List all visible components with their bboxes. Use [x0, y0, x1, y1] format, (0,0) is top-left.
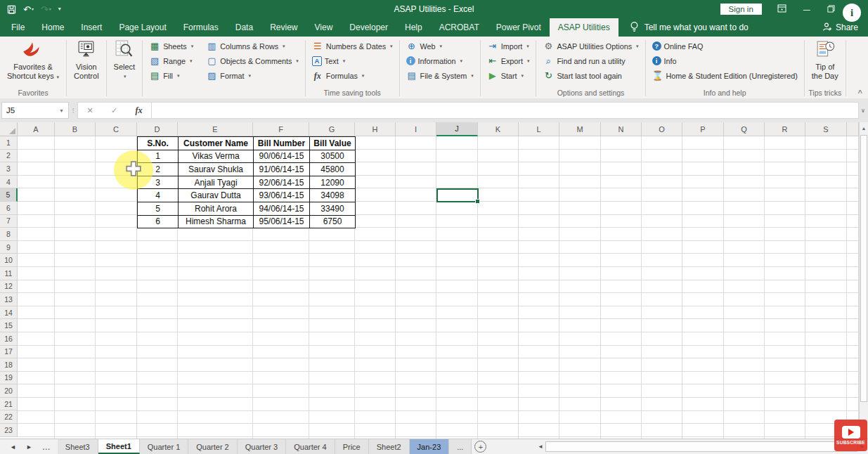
horizontal-scroll-thumb[interactable]	[545, 441, 857, 452]
sheet-tab-quarter-3[interactable]: Quarter 3	[238, 439, 286, 454]
row-header-2[interactable]: 2	[0, 150, 18, 163]
column-header-p[interactable]: P	[682, 122, 724, 136]
column-header-b[interactable]: B	[55, 122, 96, 136]
undo-button[interactable]: ↶▾	[23, 5, 34, 14]
column-header-h[interactable]: H	[355, 122, 396, 136]
column-header-k[interactable]: K	[478, 122, 519, 136]
button-information[interactable]: iInformation▾	[403, 53, 477, 68]
scroll-up-icon[interactable]: ▲	[860, 122, 868, 134]
enter-icon[interactable]: ✓	[111, 106, 117, 115]
button-vision-control[interactable]: VisionControl	[70, 39, 102, 88]
button-tip-of-the-day[interactable]: Tip ofthe Day	[808, 39, 842, 88]
column-header-e[interactable]: E	[178, 122, 253, 136]
button-file-system[interactable]: ▤File & System▾	[403, 68, 477, 83]
row-header-6[interactable]: 6	[0, 202, 18, 215]
row-header-14[interactable]: 14	[0, 306, 18, 320]
redo-button[interactable]: ↷▾	[41, 5, 51, 14]
row-header-21[interactable]: 21	[0, 398, 18, 411]
tab-help[interactable]: Help	[396, 18, 431, 37]
table-cell[interactable]: Vikas Verma	[179, 150, 254, 164]
tab-asap-utilities[interactable]: ASAP Utilities	[550, 18, 618, 37]
button-fill[interactable]: ▤Fill▾	[146, 68, 196, 83]
row-header-3[interactable]: 3	[0, 162, 18, 176]
formula-input[interactable]	[152, 102, 859, 119]
sheet-tab-sheet3[interactable]: Sheet3	[58, 439, 98, 454]
row-header-4[interactable]: 4	[0, 176, 18, 189]
table-cell[interactable]: Gaurav Dutta	[179, 189, 254, 202]
row-header-23[interactable]: 23	[0, 424, 18, 437]
button-numbers-dates[interactable]: ☰Numbers & Dates▾	[309, 39, 396, 53]
table-cell[interactable]: 94/06/14-15	[254, 202, 310, 216]
table-cell[interactable]: 92/06/14-15	[254, 176, 310, 190]
row-header-22[interactable]: 22	[0, 410, 18, 424]
restore-button[interactable]	[827, 3, 835, 15]
insert-function-icon[interactable]: fx	[135, 105, 142, 116]
row-header-12[interactable]: 12	[0, 280, 18, 294]
selected-cell-j5[interactable]	[436, 188, 479, 202]
table-cell[interactable]: 4	[138, 189, 179, 202]
row-header-13[interactable]: 13	[0, 293, 18, 306]
sign-in-button[interactable]: Sign in	[720, 4, 762, 15]
column-header-partial[interactable]	[847, 122, 859, 136]
row-header-11[interactable]: 11	[0, 267, 18, 280]
table-cell[interactable]: Rohit Arora	[179, 202, 254, 216]
button-select[interactable]: Select▾	[110, 39, 139, 88]
button-favorites-shortcut-keys[interactable]: Favorites &Shortcut keys ▾	[4, 39, 63, 88]
table-cell[interactable]: Anjali Tyagi	[179, 176, 254, 190]
table-cell[interactable]: 6750	[310, 216, 356, 229]
button-range[interactable]: ▧Range▾	[146, 53, 196, 68]
column-header-o[interactable]: O	[642, 122, 682, 136]
button-web[interactable]: ⊕Web▾	[403, 39, 477, 53]
table-cell[interactable]: 93/06/14-15	[254, 189, 310, 202]
column-header-g[interactable]: G	[309, 122, 355, 136]
tab-page-layout[interactable]: Page Layout	[110, 18, 174, 37]
tab-insert[interactable]: Insert	[72, 18, 110, 37]
row-header-8[interactable]: 8	[0, 228, 18, 241]
table-cell[interactable]: Saurav Shukla	[179, 163, 254, 176]
button-objects-comments[interactable]: ▢Objects & Comments▾	[203, 53, 302, 68]
tab-data[interactable]: Data	[227, 18, 261, 37]
button-find-and-run-a-utility[interactable]: ⌕Find and run a utility	[540, 53, 641, 68]
vertical-scroll-thumb[interactable]	[860, 135, 867, 402]
cancel-icon[interactable]: ✕	[87, 106, 93, 115]
select-all-corner[interactable]	[0, 122, 18, 136]
table-cell[interactable]: 45800	[310, 163, 356, 176]
button-import[interactable]: ⇥Import▾	[484, 39, 533, 53]
column-header-m[interactable]: M	[559, 122, 601, 136]
row-header-15[interactable]: 15	[0, 319, 18, 332]
column-header-s[interactable]: S	[805, 122, 847, 136]
button-start-last-tool-again[interactable]: ↻Start last tool again	[540, 68, 641, 83]
table-cell[interactable]: 90/06/14-15	[254, 150, 310, 164]
column-header-n[interactable]: N	[601, 122, 642, 136]
table-cell[interactable]: 34098	[310, 189, 356, 202]
subscribe-overlay[interactable]: SUBSCRIBE	[834, 420, 867, 451]
column-header-f[interactable]: F	[253, 122, 309, 136]
customize-qat-button[interactable]: ▾	[58, 6, 61, 12]
row-header-16[interactable]: 16	[0, 332, 18, 346]
column-header-c[interactable]: C	[96, 122, 137, 136]
tell-me-box[interactable]: Tell me what you want to do	[630, 18, 749, 37]
sheet-tab-blank[interactable]: ...	[449, 439, 472, 454]
tab-file[interactable]: File	[3, 18, 33, 37]
table-cell[interactable]: 12090	[310, 176, 356, 190]
row-header-19[interactable]: 19	[0, 372, 18, 385]
horizontal-scrollbar[interactable]: ◄ ►	[535, 439, 868, 454]
row-header-20[interactable]: 20	[0, 384, 18, 398]
sheet-tab-quarter-1[interactable]: Quarter 1	[140, 439, 188, 454]
collapse-ribbon-icon[interactable]: ^	[858, 89, 862, 97]
new-sheet-button[interactable]: +	[474, 441, 486, 453]
row-header-5[interactable]: 5	[0, 188, 18, 202]
column-header-a[interactable]: A	[18, 122, 55, 136]
tab-view[interactable]: View	[306, 18, 342, 37]
table-header-cell[interactable]: Bill Value	[310, 137, 356, 150]
share-button[interactable]: Share	[822, 18, 868, 37]
sheet-tab-quarter-2[interactable]: Quarter 2	[188, 439, 237, 454]
table-header-cell[interactable]: Customer Name	[179, 137, 254, 150]
table-cell[interactable]: 91/06/14-15	[254, 163, 310, 176]
button-asap-utilities-options[interactable]: ⚙ASAP Utilities Options▾	[540, 39, 641, 53]
button-text[interactable]: AText▾	[309, 53, 396, 68]
undo-dropdown-caret[interactable]: ▾	[32, 7, 34, 11]
tab-acrobat[interactable]: ACROBAT	[431, 18, 488, 37]
video-info-overlay-icon[interactable]: i	[843, 4, 861, 22]
column-header-j[interactable]: J	[436, 122, 478, 136]
